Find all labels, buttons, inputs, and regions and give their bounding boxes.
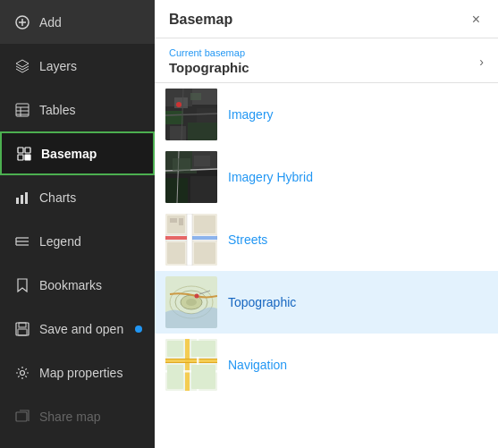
svg-rect-45	[194, 156, 210, 166]
basemap-item-streets[interactable]: Streets	[155, 208, 498, 271]
basemap-label-imagery-hybrid: Imagery Hybrid	[228, 170, 313, 184]
basemap-icon	[16, 146, 32, 162]
share-icon	[14, 409, 30, 425]
sidebar-label-layers: Layers	[39, 59, 77, 73]
sidebar-item-map-properties[interactable]: Map properties	[0, 351, 155, 394]
svg-rect-40	[165, 178, 188, 203]
svg-point-23	[21, 370, 25, 375]
svg-rect-28	[174, 97, 188, 108]
svg-rect-44	[173, 158, 190, 171]
svg-rect-76	[191, 365, 215, 389]
svg-rect-33	[188, 123, 217, 140]
svg-rect-30	[165, 111, 183, 124]
svg-rect-49	[187, 214, 192, 266]
basemap-thumb-imagery	[165, 89, 217, 140]
basemap-thumb-imagery-hybrid	[165, 151, 217, 203]
sidebar-label-share-map: Share map	[39, 410, 100, 424]
svg-rect-56	[170, 218, 177, 223]
bookmark-icon	[14, 277, 30, 293]
svg-rect-70	[165, 362, 217, 363]
panel-title: Basemap	[169, 12, 232, 28]
sidebar-label-legend: Legend	[39, 234, 81, 249]
sidebar-item-legend[interactable]: Legend	[0, 219, 155, 263]
svg-rect-24	[16, 412, 27, 421]
current-basemap-section[interactable]: Current basemap Topographic ›	[155, 38, 498, 83]
basemap-item-navigation[interactable]: Navigation	[155, 334, 498, 396]
charts-icon	[14, 190, 30, 206]
sidebar-item-add[interactable]: Add	[0, 0, 155, 44]
sidebar-item-bookmarks[interactable]: Bookmarks	[0, 263, 155, 307]
sidebar-item-share-map[interactable]: Share map	[0, 394, 155, 438]
sidebar-item-layers[interactable]: Layers	[0, 44, 155, 88]
svg-rect-21	[19, 323, 26, 327]
sidebar-item-basemap[interactable]: Basemap	[0, 131, 155, 175]
layers-icon	[14, 58, 30, 74]
svg-rect-54	[167, 242, 185, 264]
plus-circle-icon	[14, 14, 30, 30]
save-open-badge	[135, 325, 142, 333]
svg-rect-69	[165, 359, 217, 359]
basemap-label-streets: Streets	[228, 232, 267, 247]
svg-rect-41	[190, 176, 217, 203]
basemap-thumb-topographic	[165, 276, 217, 328]
svg-rect-10	[25, 148, 30, 153]
svg-rect-73	[167, 341, 183, 357]
svg-point-63	[195, 294, 199, 299]
svg-rect-9	[18, 148, 23, 153]
gear-icon	[14, 365, 30, 381]
sidebar-label-save-open: Save and open	[39, 322, 123, 336]
sidebar-item-tables[interactable]: Tables	[0, 88, 155, 131]
svg-marker-3	[16, 60, 29, 67]
svg-rect-57	[179, 218, 183, 225]
sidebar-label-map-properties: Map properties	[39, 366, 122, 380]
basemap-item-imagery[interactable]: Imagery	[155, 83, 498, 146]
sidebar: Add Layers Tables	[0, 0, 155, 448]
basemap-thumb-streets	[165, 214, 217, 266]
sidebar-item-charts[interactable]: Charts	[0, 175, 155, 219]
basemap-panel: Basemap × Current basemap Topographic ›	[155, 0, 498, 448]
sidebar-label-tables: Tables	[39, 103, 75, 117]
svg-rect-74	[191, 341, 215, 357]
sidebar-label-add: Add	[39, 15, 62, 30]
chevron-right-icon: ›	[479, 55, 484, 69]
svg-rect-68	[185, 339, 190, 391]
svg-rect-22	[18, 329, 27, 335]
tables-icon	[14, 102, 30, 118]
svg-rect-55	[194, 242, 215, 264]
panel-header: Basemap ×	[155, 0, 498, 38]
svg-rect-51	[192, 236, 217, 240]
svg-rect-14	[21, 195, 23, 204]
svg-rect-29	[190, 93, 201, 100]
sidebar-label-basemap: Basemap	[41, 147, 97, 161]
current-basemap-label: Current basemap	[169, 47, 249, 58]
svg-rect-32	[170, 126, 186, 140]
svg-point-62	[186, 299, 197, 306]
basemap-item-topographic[interactable]: Topographic	[155, 271, 498, 334]
basemap-label-imagery: Imagery	[228, 107, 274, 122]
current-basemap-info: Current basemap Topographic	[169, 47, 249, 75]
legend-icon	[14, 233, 30, 249]
close-button[interactable]: ×	[468, 11, 484, 29]
basemap-item-imagery-hybrid[interactable]: Imagery Hybrid	[155, 146, 498, 208]
svg-point-36	[176, 102, 181, 107]
svg-rect-53	[194, 216, 215, 233]
basemap-label-topographic: Topographic	[228, 295, 296, 309]
svg-rect-12	[25, 155, 30, 160]
svg-rect-11	[18, 155, 23, 160]
basemap-thumb-navigation	[165, 339, 217, 391]
basemap-list: Imagery Imagery Hybrid	[155, 83, 498, 448]
svg-rect-50	[165, 236, 187, 240]
sidebar-label-bookmarks: Bookmarks	[39, 278, 102, 292]
basemap-label-navigation: Navigation	[228, 358, 287, 372]
svg-rect-15	[25, 192, 28, 204]
current-basemap-name: Topographic	[169, 60, 249, 75]
save-icon	[14, 321, 30, 337]
svg-rect-75	[167, 365, 183, 389]
sidebar-label-charts: Charts	[39, 190, 76, 205]
sidebar-item-save-open[interactable]: Save and open	[0, 307, 155, 351]
svg-rect-13	[16, 198, 19, 204]
